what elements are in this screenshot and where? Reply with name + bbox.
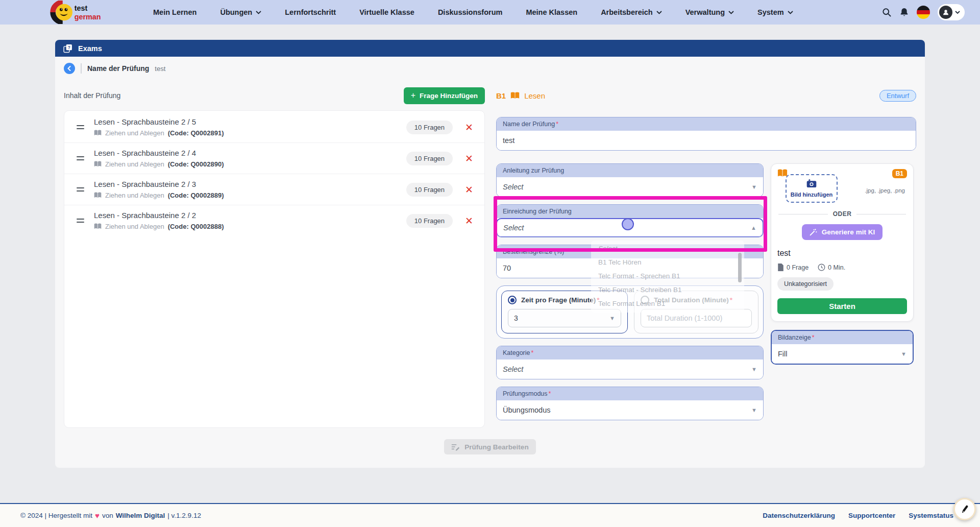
footer-link-supportcenter[interactable]: Supportcenter xyxy=(848,512,895,519)
search-icon[interactable] xyxy=(881,7,892,17)
user-account-menu[interactable] xyxy=(938,4,965,20)
nav-item-meine-klassen[interactable]: Meine Klassen xyxy=(526,8,577,16)
dropdown-option[interactable]: Telc Format Lesen B1 xyxy=(591,297,744,310)
content-area: Name der Prüfung test Inhalt der Prüfung… xyxy=(55,57,925,468)
chevron-down-icon: ▼ xyxy=(751,366,757,372)
copyright-text: © 2024 | Hergestellt mit ♥ von Wilhelm D… xyxy=(20,511,201,520)
chevron-left-icon xyxy=(67,66,72,71)
question-code: (Code: Q0002891) xyxy=(168,129,224,137)
edit-list-pencil-icon xyxy=(451,443,460,451)
dropdown-option[interactable]: Telc Format - Sprechen B1 xyxy=(591,269,744,283)
question-type: Ziehen und Ablegen xyxy=(105,160,164,168)
question-list-item: Lesen - Sprachbausteine 2 / 3 Ziehen und… xyxy=(64,174,484,205)
or-divider: ODER xyxy=(778,210,906,218)
duration: 0 Min. xyxy=(818,264,845,271)
breadcrumb-label: Name der Prüfung xyxy=(87,64,149,73)
accepted-file-types: .jpg, .jpeg, .png xyxy=(865,187,905,194)
breadcrumb-value: test xyxy=(155,65,165,73)
notifications-bell-icon[interactable] xyxy=(899,7,909,17)
footer-link-datenschutz[interactable]: Datenschutzerklärung xyxy=(763,512,835,519)
dropdown-option[interactable]: B1 Telc Hören xyxy=(591,255,744,269)
bildanzeige-field-group: Bildanzeige* Fill ▼ xyxy=(771,330,914,365)
kategorie-select[interactable]: Select ▼ xyxy=(497,360,763,379)
drag-handle-icon[interactable] xyxy=(77,187,84,192)
svg-text:test: test xyxy=(75,4,88,12)
remove-question-icon[interactable]: ✕ xyxy=(465,216,473,226)
file-icon xyxy=(777,264,784,271)
user-avatar-icon xyxy=(939,6,952,19)
edit-exam-button[interactable]: Prüfung Bearbeiten xyxy=(444,439,535,454)
field-label: Kategorie* xyxy=(497,346,763,360)
question-list: Lesen - Sprachbausteine 2 / 5 Ziehen und… xyxy=(64,110,485,428)
field-label: Einreichung der Prüfung xyxy=(497,205,763,218)
question-code: (Code: Q0002890) xyxy=(168,160,224,168)
book-icon xyxy=(94,130,102,136)
question-title: Lesen - Sprachbausteine 2 / 2 xyxy=(94,211,224,220)
language-flag-german-icon[interactable] xyxy=(917,6,930,19)
drag-handle-icon[interactable] xyxy=(77,156,84,161)
back-button[interactable] xyxy=(64,63,75,74)
dropdown-scrollbar[interactable] xyxy=(738,253,742,282)
nav-item-arbeitsbereich[interactable]: Arbeitsbereich xyxy=(601,8,662,16)
question-list-item: Lesen - Sprachbausteine 2 / 2 Ziehen und… xyxy=(64,205,484,236)
start-exam-button[interactable]: Starten xyxy=(777,298,907,314)
exam-preview-title: test xyxy=(777,249,907,258)
footer-brand-link[interactable]: Wilhelm Digital xyxy=(116,512,165,519)
drag-handle-icon[interactable] xyxy=(77,125,84,130)
breadcrumb: Name der Prüfung test xyxy=(64,57,916,74)
question-code: (Code: Q0002888) xyxy=(168,223,224,230)
add-question-button[interactable]: + Frage Hinzufügen xyxy=(404,87,485,104)
chevron-down-icon xyxy=(788,11,793,14)
dropdown-option[interactable]: Select xyxy=(591,242,744,255)
exam-name-input[interactable] xyxy=(503,136,910,145)
chevron-down-icon: ▼ xyxy=(609,315,615,321)
footer-links: Datenschutzerklärung Supportcenter Syste… xyxy=(763,512,953,519)
pencil-icon xyxy=(959,504,971,515)
question-title: Lesen - Sprachbausteine 2 / 4 xyxy=(94,149,224,157)
field-label: Prüfungsmodus* xyxy=(497,387,763,400)
exam-level: B1 xyxy=(496,91,506,100)
drag-handle-icon[interactable] xyxy=(77,219,84,223)
exam-preview-column: B1 Bild hinzu xyxy=(771,163,914,427)
svg-text:?: ? xyxy=(68,44,70,50)
question-type: Ziehen und Ablegen xyxy=(105,129,164,137)
remove-question-icon[interactable]: ✕ xyxy=(465,185,473,195)
nav-item-verwaltung[interactable]: Verwaltung xyxy=(685,8,734,16)
footer-link-systemstatus[interactable]: Systemstatus xyxy=(909,512,953,519)
nav-item-virtuelle-klasse[interactable]: Virtuelle Klasse xyxy=(359,8,414,16)
exam-name-field-group: Name der Prüfung* xyxy=(496,117,916,151)
time-per-question-radio[interactable] xyxy=(508,296,517,304)
pruefungsmodus-select[interactable]: Übungsmodus ▼ xyxy=(497,400,763,420)
anleitung-select[interactable]: Select ▼ xyxy=(497,177,763,197)
chevron-down-icon xyxy=(955,11,960,14)
exams-pages-icon: ? xyxy=(63,43,73,54)
nav-item-diskussionsforum[interactable]: Diskussionsforum xyxy=(438,8,503,16)
nav-item-system[interactable]: System xyxy=(757,8,793,16)
chevron-down-icon: ▼ xyxy=(751,184,757,190)
generate-with-ai-button[interactable]: Generiere mit KI xyxy=(802,224,883,240)
bildanzeige-select[interactable]: Fill ▼ xyxy=(772,344,913,364)
pruefungsmodus-field-group: Prüfungsmodus* Übungsmodus ▼ xyxy=(496,387,764,420)
floating-edit-button[interactable] xyxy=(953,498,976,520)
clock-icon xyxy=(818,264,825,271)
exam-settings-panel: B1 Lesen Entwurf Name der Prüfung* Anlei… xyxy=(496,87,916,428)
book-icon xyxy=(94,192,102,199)
nav-item-mein-lernen[interactable]: Mein Lernen xyxy=(153,8,197,16)
question-list-item: Lesen - Sprachbausteine 2 / 5 Ziehen und… xyxy=(64,112,484,143)
field-label: Bildanzeige* xyxy=(772,331,913,344)
einreichung-field-group: Einreichung der Prüfung Select ▲ xyxy=(496,204,764,237)
remove-question-icon[interactable]: ✕ xyxy=(465,154,473,163)
passing-score-input[interactable] xyxy=(503,264,533,272)
einreichung-select[interactable]: Select ▲ xyxy=(496,218,764,237)
chevron-down-icon: ▼ xyxy=(751,407,757,413)
level-badge: B1 xyxy=(892,169,907,178)
add-image-upload-button[interactable]: Bild hinzufügen xyxy=(786,174,838,203)
nav-item-uebungen[interactable]: Übungen xyxy=(220,8,261,16)
field-label: Name der Prüfung* xyxy=(497,117,916,131)
nav-item-lernfortschritt[interactable]: Lernfortschritt xyxy=(285,8,336,16)
question-title: Lesen - Sprachbausteine 2 / 5 xyxy=(94,117,224,126)
dropdown-option[interactable]: Telc Format - Schreiben B1 xyxy=(591,283,744,297)
camera-plus-icon xyxy=(806,179,817,188)
remove-question-icon[interactable]: ✕ xyxy=(465,123,473,132)
book-icon xyxy=(510,92,520,100)
